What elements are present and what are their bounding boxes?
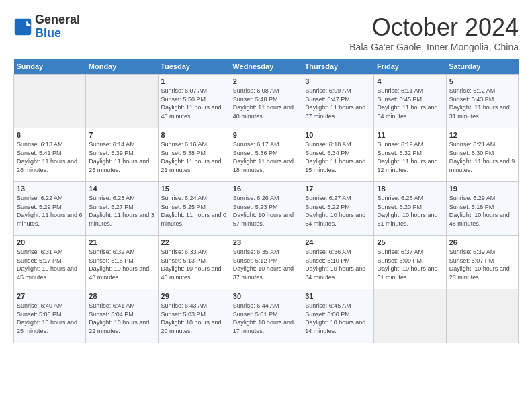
calendar-cell: 23Sunrise: 6:35 AMSunset: 5:12 PMDayligh…: [230, 236, 302, 289]
day-number: 11: [377, 131, 443, 139]
day-info: Sunrise: 6:39 AMSunset: 5:07 PMDaylight:…: [449, 248, 515, 281]
day-number: 26: [449, 238, 515, 246]
day-number: 13: [17, 185, 83, 193]
day-number: 3: [305, 77, 371, 85]
calendar-cell: 5Sunrise: 6:12 AMSunset: 5:43 PMDaylight…: [446, 75, 518, 128]
calendar-cell: [446, 289, 518, 343]
day-number: 24: [305, 238, 371, 246]
day-info: Sunrise: 6:36 AMSunset: 5:10 PMDaylight:…: [305, 248, 371, 281]
day-number: 1: [161, 77, 227, 85]
calendar-week-row: 6Sunrise: 6:13 AMSunset: 5:41 PMDaylight…: [14, 128, 519, 182]
weekday-header-thursday: Thursday: [302, 59, 374, 75]
calendar-cell: [14, 75, 86, 128]
day-info: Sunrise: 6:19 AMSunset: 5:32 PMDaylight:…: [377, 140, 443, 174]
day-number: 21: [89, 238, 154, 246]
calendar-week-row: 13Sunrise: 6:22 AMSunset: 5:29 PMDayligh…: [14, 182, 519, 236]
calendar-cell: 13Sunrise: 6:22 AMSunset: 5:29 PMDayligh…: [14, 182, 86, 236]
calendar-cell: 25Sunrise: 6:37 AMSunset: 5:09 PMDayligh…: [374, 236, 446, 289]
calendar-cell: 31Sunrise: 6:45 AMSunset: 5:00 PMDayligh…: [302, 289, 374, 343]
logo: General Blue: [13, 13, 80, 40]
day-info: Sunrise: 6:43 AMSunset: 5:03 PMDaylight:…: [161, 302, 227, 335]
day-info: Sunrise: 6:27 AMSunset: 5:22 PMDaylight:…: [305, 194, 371, 228]
day-number: 20: [17, 238, 83, 246]
calendar-cell: 21Sunrise: 6:32 AMSunset: 5:15 PMDayligh…: [86, 236, 158, 289]
day-number: 16: [233, 185, 299, 193]
calendar-cell: 4Sunrise: 6:11 AMSunset: 5:45 PMDaylight…: [374, 75, 446, 128]
calendar-cell: 11Sunrise: 6:19 AMSunset: 5:32 PMDayligh…: [374, 128, 446, 182]
day-number: 7: [89, 131, 154, 139]
day-info: Sunrise: 6:18 AMSunset: 5:34 PMDaylight:…: [305, 140, 371, 174]
day-info: Sunrise: 6:09 AMSunset: 5:47 PMDaylight:…: [305, 87, 371, 120]
calendar-cell: 1Sunrise: 6:07 AMSunset: 5:50 PMDaylight…: [158, 75, 230, 128]
day-number: 22: [161, 238, 227, 246]
weekday-header-monday: Monday: [86, 59, 158, 75]
weekday-header-wednesday: Wednesday: [230, 59, 302, 75]
calendar-cell: 7Sunrise: 6:14 AMSunset: 5:39 PMDaylight…: [86, 128, 158, 182]
logo-text: General Blue: [35, 13, 80, 40]
day-info: Sunrise: 6:33 AMSunset: 5:13 PMDaylight:…: [161, 248, 227, 281]
day-info: Sunrise: 6:22 AMSunset: 5:29 PMDaylight:…: [17, 194, 83, 228]
day-number: 15: [161, 185, 227, 193]
day-info: Sunrise: 6:45 AMSunset: 5:00 PMDaylight:…: [305, 302, 371, 335]
day-number: 30: [233, 292, 299, 300]
day-info: Sunrise: 6:08 AMSunset: 5:48 PMDaylight:…: [233, 87, 299, 120]
calendar-cell: 6Sunrise: 6:13 AMSunset: 5:41 PMDaylight…: [14, 128, 86, 182]
calendar-cell: 17Sunrise: 6:27 AMSunset: 5:22 PMDayligh…: [302, 182, 374, 236]
day-number: 23: [233, 238, 299, 246]
day-info: Sunrise: 6:26 AMSunset: 5:23 PMDaylight:…: [233, 194, 299, 228]
day-number: 29: [161, 292, 227, 300]
calendar-header-row: SundayMondayTuesdayWednesdayThursdayFrid…: [14, 59, 519, 75]
day-info: Sunrise: 6:37 AMSunset: 5:09 PMDaylight:…: [377, 248, 443, 281]
day-number: 2: [233, 77, 299, 85]
calendar-cell: 3Sunrise: 6:09 AMSunset: 5:47 PMDaylight…: [302, 75, 374, 128]
day-number: 6: [17, 131, 83, 139]
weekday-header-sunday: Sunday: [14, 59, 86, 75]
location-subtitle: Bala Ga'er Gaole, Inner Mongolia, China: [349, 42, 519, 52]
calendar-cell: 20Sunrise: 6:31 AMSunset: 5:17 PMDayligh…: [14, 236, 86, 289]
page-header: General Blue October 2024 Bala Ga'er Gao…: [13, 13, 519, 52]
weekday-header-saturday: Saturday: [446, 59, 518, 75]
day-number: 27: [17, 292, 83, 300]
day-info: Sunrise: 6:21 AMSunset: 5:30 PMDaylight:…: [449, 140, 515, 174]
calendar-cell: 9Sunrise: 6:17 AMSunset: 5:36 PMDaylight…: [230, 128, 302, 182]
day-info: Sunrise: 6:11 AMSunset: 5:45 PMDaylight:…: [377, 87, 443, 120]
day-info: Sunrise: 6:31 AMSunset: 5:17 PMDaylight:…: [17, 248, 83, 281]
day-number: 25: [377, 238, 443, 246]
day-number: 28: [89, 292, 154, 300]
day-info: Sunrise: 6:41 AMSunset: 5:04 PMDaylight:…: [89, 302, 154, 335]
day-info: Sunrise: 6:16 AMSunset: 5:38 PMDaylight:…: [161, 140, 227, 174]
day-number: 19: [449, 185, 515, 193]
day-info: Sunrise: 6:28 AMSunset: 5:20 PMDaylight:…: [377, 194, 443, 228]
calendar-week-row: 27Sunrise: 6:40 AMSunset: 5:06 PMDayligh…: [14, 289, 519, 343]
day-info: Sunrise: 6:13 AMSunset: 5:41 PMDaylight:…: [17, 140, 83, 174]
calendar-cell: 15Sunrise: 6:24 AMSunset: 5:25 PMDayligh…: [158, 182, 230, 236]
day-number: 31: [305, 292, 371, 300]
month-title: October 2024: [349, 13, 519, 42]
day-number: 14: [89, 185, 154, 193]
weekday-header-friday: Friday: [374, 59, 446, 75]
day-info: Sunrise: 6:17 AMSunset: 5:36 PMDaylight:…: [233, 140, 299, 174]
day-info: Sunrise: 6:07 AMSunset: 5:50 PMDaylight:…: [161, 87, 227, 120]
day-info: Sunrise: 6:14 AMSunset: 5:39 PMDaylight:…: [89, 140, 154, 174]
calendar-cell: 2Sunrise: 6:08 AMSunset: 5:48 PMDaylight…: [230, 75, 302, 128]
day-info: Sunrise: 6:23 AMSunset: 5:27 PMDaylight:…: [89, 194, 154, 228]
day-number: 17: [305, 185, 371, 193]
calendar-cell: 14Sunrise: 6:23 AMSunset: 5:27 PMDayligh…: [86, 182, 158, 236]
day-info: Sunrise: 6:29 AMSunset: 5:18 PMDaylight:…: [449, 194, 515, 228]
day-info: Sunrise: 6:12 AMSunset: 5:43 PMDaylight:…: [449, 87, 515, 120]
day-info: Sunrise: 6:35 AMSunset: 5:12 PMDaylight:…: [233, 248, 299, 281]
calendar-cell: 10Sunrise: 6:18 AMSunset: 5:34 PMDayligh…: [302, 128, 374, 182]
calendar-cell: 26Sunrise: 6:39 AMSunset: 5:07 PMDayligh…: [446, 236, 518, 289]
calendar-cell: 29Sunrise: 6:43 AMSunset: 5:03 PMDayligh…: [158, 289, 230, 343]
calendar-cell: [86, 75, 158, 128]
calendar-cell: 19Sunrise: 6:29 AMSunset: 5:18 PMDayligh…: [446, 182, 518, 236]
calendar-cell: 28Sunrise: 6:41 AMSunset: 5:04 PMDayligh…: [86, 289, 158, 343]
day-number: 8: [161, 131, 227, 139]
calendar-table: SundayMondayTuesdayWednesdayThursdayFrid…: [13, 59, 519, 343]
calendar-cell: 18Sunrise: 6:28 AMSunset: 5:20 PMDayligh…: [374, 182, 446, 236]
svg-rect-0: [15, 19, 32, 36]
title-section: October 2024 Bala Ga'er Gaole, Inner Mon…: [349, 13, 519, 52]
calendar-cell: 12Sunrise: 6:21 AMSunset: 5:30 PMDayligh…: [446, 128, 518, 182]
day-number: 10: [305, 131, 371, 139]
calendar-cell: [374, 289, 446, 343]
